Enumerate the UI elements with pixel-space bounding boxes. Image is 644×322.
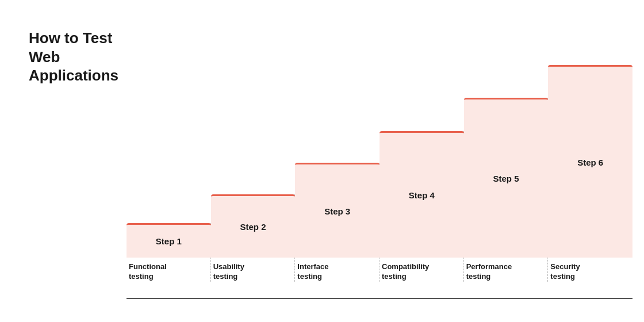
step-desc-3: Interfacetesting <box>295 262 328 282</box>
step-label-2: Step 2 <box>240 222 266 232</box>
step-box-3: Step 3 <box>295 163 379 258</box>
step-box-6: Step 6 <box>548 65 632 258</box>
step-col-5: Step 5 Performancetesting <box>464 98 549 282</box>
main-container: How to Test WebApplications Step 1 Funct… <box>12 12 632 310</box>
step-col-3: Step 3 Interfacetesting <box>295 163 379 282</box>
step-col-4: Step 4 Compatibilitytesting <box>379 131 464 282</box>
step-label-3: Step 3 <box>324 206 350 216</box>
step-desc-5: Performancetesting <box>464 262 512 282</box>
step-col-1: Step 1 Functionaltesting <box>126 223 211 282</box>
step-label-5: Step 5 <box>493 174 519 183</box>
step-label-6: Step 6 <box>577 158 603 167</box>
step-box-4: Step 4 <box>379 131 464 258</box>
baseline <box>126 298 632 299</box>
step-col-2: Step 2 Usabilitytesting <box>211 194 296 282</box>
step-desc-4: Compatibilitytesting <box>379 262 429 282</box>
step-box-5: Step 5 <box>464 98 549 258</box>
step-label-4: Step 4 <box>409 190 435 200</box>
step-label-1: Step 1 <box>156 236 182 246</box>
step-box-2: Step 2 <box>211 194 296 258</box>
step-col-6: Step 6 Securitytesting <box>548 65 632 282</box>
staircase-chart: Step 1 Functionaltesting Step 2 Usabilit… <box>126 29 632 282</box>
step-box-1: Step 1 <box>126 223 211 258</box>
step-desc-6: Securitytesting <box>548 262 580 282</box>
step-desc-1: Functionaltesting <box>126 262 167 282</box>
step-desc-2: Usabilitytesting <box>211 262 244 282</box>
